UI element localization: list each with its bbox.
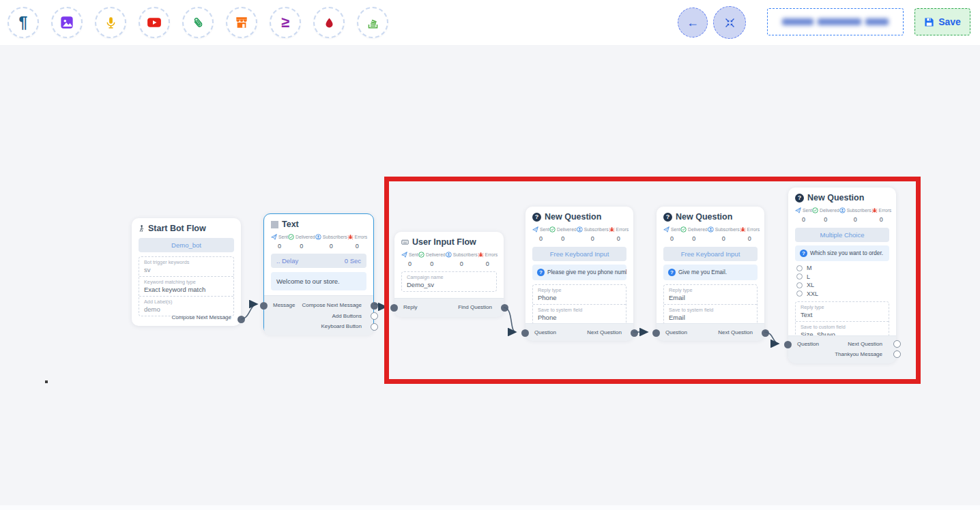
port-compose-next-message-out[interactable] — [371, 302, 378, 310]
port-add-buttons-out[interactable] — [371, 312, 378, 320]
port-label-compose-next-message: Compose Next Message — [171, 314, 231, 320]
node-text-message[interactable]: Text Sent 0 Delivered 0 Subscribers 0 Er… — [263, 213, 374, 334]
stat-label: Subscribers — [453, 252, 478, 257]
field-keyword-matching-type[interactable]: Keyword matching type Exact keyword matc… — [139, 277, 233, 297]
radio-icon — [796, 282, 803, 288]
flow-title-input[interactable] — [767, 8, 904, 35]
field-campaign-name[interactable]: Campaign name Demo_sv — [402, 272, 496, 291]
stat-delivered: Delivered 0 — [812, 207, 839, 223]
stat-subscribers: Subscribers 0 — [315, 234, 347, 250]
port-question-in[interactable] — [784, 341, 792, 348]
field-save-to-system-field[interactable]: Save to system field Phone — [533, 305, 626, 324]
node-user-input-flow[interactable]: User Input Flow Sent 0 Delivered 0 Subsc… — [394, 232, 504, 316]
question-text-box[interactable]: ? Please give me you phone number. — [532, 265, 626, 280]
field-reply-type[interactable]: Reply type Text — [796, 302, 889, 322]
stack-button[interactable] — [357, 7, 388, 38]
question-type-button[interactable]: Multiple Choice — [795, 228, 889, 242]
choice-option-xxl[interactable]: XXL — [796, 290, 888, 297]
node-start-bot-flow[interactable]: Start Bot Flow Demo_bot Bot trigger keyw… — [132, 218, 241, 326]
delay-icon: .. — [276, 257, 280, 265]
sent-icon — [271, 234, 277, 240]
port-question-in[interactable] — [521, 329, 529, 337]
blurred-title-text — [818, 18, 861, 25]
field-bot-trigger-keywords[interactable]: Bot trigger keywords sv — [139, 257, 233, 277]
question-mark-icon: ? — [800, 250, 807, 257]
blurred-title-text — [782, 18, 813, 25]
field-add-labels[interactable]: Add Label(s) demo — [139, 297, 233, 316]
stat-value: 0 — [680, 235, 708, 242]
image-button[interactable] — [51, 7, 83, 38]
choice-option-l[interactable]: L — [796, 273, 888, 280]
stat-label: Sent — [671, 227, 680, 232]
paragraph-icon: ¶ — [19, 15, 28, 31]
port-keyboard-button-out[interactable] — [371, 323, 378, 331]
field-value: Phone — [538, 314, 621, 321]
node-footer: Question Next Question — [657, 323, 764, 341]
back-button[interactable]: ← — [678, 7, 708, 38]
water-drop-button[interactable] — [313, 7, 345, 38]
port-compose-next-message-out[interactable] — [237, 316, 245, 323]
node-new-question-email[interactable]: ? New Question Sent 0 Delivered 0 Subscr… — [657, 207, 764, 340]
field-reply-type[interactable]: Reply type Phone — [533, 285, 626, 305]
question-circle-icon: ? — [795, 194, 804, 202]
question-text-box[interactable]: ? Give me you Email. — [663, 265, 758, 280]
port-next-question-out[interactable] — [762, 329, 769, 337]
node-new-question-size[interactable]: ? New Question Sent 0 Delivered 0 Subscr… — [788, 188, 896, 363]
field-group: Campaign name Demo_sv — [401, 271, 497, 292]
question-mark-icon: ? — [537, 269, 545, 276]
field-reply-type[interactable]: Reply type Email — [664, 285, 757, 305]
sent-icon — [532, 226, 538, 232]
microphone-button[interactable] — [95, 7, 126, 38]
port-question-in[interactable] — [652, 329, 660, 337]
greater-equal-button[interactable]: ≥ — [270, 7, 301, 38]
port-next-question-out[interactable] — [893, 340, 901, 348]
stat-label: Subscribers — [323, 235, 347, 239]
youtube-button[interactable] — [139, 7, 170, 38]
choice-option-xl[interactable]: XL — [796, 282, 888, 288]
stack-icon — [366, 16, 379, 29]
stat-value: 0 — [446, 260, 478, 267]
stat-value: 0 — [315, 243, 347, 250]
walking-person-icon — [139, 224, 145, 233]
question-text-box[interactable]: ? Which size you want to order. — [795, 245, 889, 261]
stat-value: 0 — [271, 243, 288, 250]
stat-label: Sent — [409, 252, 418, 257]
node-new-question-phone[interactable]: ? New Question Sent 0 Delivered 0 Subscr… — [525, 207, 633, 340]
choice-label: L — [807, 273, 810, 280]
field-save-to-system-field[interactable]: Save to system field Email — [664, 305, 757, 324]
delivered-icon — [288, 234, 294, 240]
choice-option-m[interactable]: M — [796, 265, 888, 271]
subscribers-icon — [315, 234, 321, 240]
fit-view-button[interactable] — [713, 6, 746, 39]
question-type-button[interactable]: Free Keyboard Input — [532, 247, 626, 261]
field-label: Add Label(s) — [144, 299, 229, 305]
delivered-icon — [549, 226, 556, 232]
errors-icon — [871, 207, 878, 213]
message-text-box[interactable]: Welcome to our store. — [271, 272, 366, 290]
port-message-in[interactable] — [260, 302, 268, 310]
bottom-scroll-strip — [0, 505, 980, 510]
port-thankyou-message-out[interactable] — [893, 350, 901, 358]
node-title-label: User Input Flow — [412, 237, 476, 247]
stat-sent: Sent 0 — [663, 226, 680, 242]
stat-label: Errors — [616, 227, 629, 232]
stat-sent: Sent 0 — [271, 234, 288, 250]
bot-select-button[interactable]: Demo_bot — [139, 238, 234, 252]
port-label-next-question: Next Question — [718, 329, 753, 335]
delivered-icon — [812, 207, 818, 213]
stat-subscribers: Subscribers 0 — [446, 252, 478, 267]
save-button[interactable]: Save — [914, 8, 970, 35]
delay-row[interactable]: .. Delay 0 Sec — [271, 254, 366, 268]
stats-row: Sent 0 Delivered 0 Subscribers 0 Errors … — [271, 234, 366, 250]
subscribers-icon — [708, 226, 714, 232]
flow-canvas[interactable]: Start Bot Flow Demo_bot Bot trigger keyw… — [0, 0, 980, 510]
paragraph-button[interactable]: ¶ — [8, 7, 39, 38]
port-reply-in[interactable] — [390, 304, 398, 312]
question-type-button[interactable]: Free Keyboard Input — [663, 247, 758, 261]
microphone-icon — [104, 16, 117, 29]
port-next-question-out[interactable] — [631, 329, 638, 337]
store-button[interactable] — [226, 7, 257, 38]
question-circle-icon: ? — [532, 213, 541, 222]
port-find-question-out[interactable] — [501, 304, 508, 312]
attachment-button[interactable] — [182, 7, 214, 38]
